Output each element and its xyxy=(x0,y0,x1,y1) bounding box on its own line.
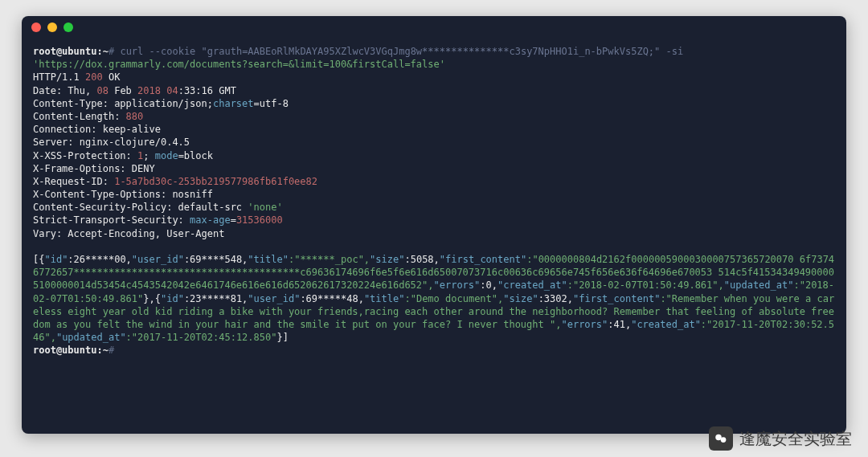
wechat-icon xyxy=(709,426,733,451)
json-err-k: "errors" xyxy=(434,280,481,291)
json-title2-k: "title" xyxy=(364,293,405,304)
hdr-xss-label: X-XSS-Protection: xyxy=(33,150,137,161)
hdr-clen-val: 880 xyxy=(126,111,144,122)
http-status-text: OK xyxy=(108,71,120,83)
json-ua-k: "updated_at" xyxy=(724,280,794,291)
json-size-v: :5058, xyxy=(404,254,439,265)
json-id-k: "id" xyxy=(44,254,68,265)
hdr-date-day: 08 xyxy=(96,85,108,96)
svg-point-0 xyxy=(715,435,722,441)
http-status-code: 200 xyxy=(85,71,103,83)
hdr-ctype: Content-Type: application/json; xyxy=(33,98,213,109)
hdr-date-label: Date: Thu, xyxy=(33,85,96,96)
json-title-v: :"******_poc", xyxy=(289,254,370,265)
http-proto: HTTP/1.1 xyxy=(33,71,80,83)
hdr-ctype-charset-v: =utf-8 xyxy=(254,98,289,109)
json-uid2-v: :69*****48, xyxy=(300,293,363,304)
hdr-csp-val: 'none' xyxy=(248,202,282,213)
json-size-k: "size" xyxy=(370,254,404,265)
hdr-xcto: X-Content-Type-Options: nosniff xyxy=(33,189,213,200)
hdr-server: Server: nginx-clojure/0.4.5 xyxy=(33,137,190,148)
hdr-connection: Connection: keep-alive xyxy=(33,124,161,135)
json-uid-v: :69****548, xyxy=(184,254,248,265)
json-size2-v: :3302, xyxy=(538,293,573,304)
json-fc-k: "first_content" xyxy=(440,254,526,265)
json-ca2-k: "created_at" xyxy=(631,319,701,330)
titlebar xyxy=(22,16,846,39)
watermark-text: 逢魔安全实验室 xyxy=(739,428,852,450)
curl-cookie: "grauth=AABEoRlMkDAYA95XZlwcV3VGqJmg8w**… xyxy=(202,46,661,57)
svg-point-1 xyxy=(721,437,727,443)
hdr-sts-key: max-age xyxy=(190,214,231,226)
hdr-date-hour: 04 xyxy=(161,85,178,96)
terminal-window: root@ubuntu:~# curl --cookie "grauth=AAB… xyxy=(22,16,846,434)
hdr-date-year: 2018 xyxy=(137,85,161,96)
prompt2-user-host: root@ubuntu xyxy=(33,345,96,356)
hdr-sts-val: 31536000 xyxy=(236,214,283,226)
hdr-vary: Vary: Accept-Encoding, User-Agent xyxy=(33,228,224,239)
maximize-icon[interactable] xyxy=(63,22,73,32)
json-title-k: "title" xyxy=(248,254,289,265)
prompt-user-host: root@ubuntu xyxy=(33,46,96,57)
curl-url: 'https://dox.grammarly.com/documents?sea… xyxy=(33,59,445,70)
json-ua2-k: "updated_at" xyxy=(56,332,126,343)
json-id-v: :26*****00, xyxy=(68,254,131,265)
terminal-body[interactable]: root@ubuntu:~# curl --cookie "grauth=AAB… xyxy=(22,39,846,369)
watermark: 逢魔安全实验室 xyxy=(709,426,852,451)
close-icon[interactable] xyxy=(31,22,41,32)
json-err2-v: :41, xyxy=(608,319,631,330)
hdr-sts-label: Strict-Transport-Security: xyxy=(33,214,190,226)
hdr-sts-eq: = xyxy=(231,214,236,226)
hdr-xss-mode-k: mode xyxy=(155,150,178,161)
hdr-ctype-charset-k: charset xyxy=(213,98,254,109)
json-ca-k: "created_at" xyxy=(497,280,567,291)
hdr-xreq-val: 1-5a7bd30c-253bb219577986fb61f0ee82 xyxy=(114,176,317,187)
json-id2-k: "id" xyxy=(161,293,184,304)
json-open: [{ xyxy=(33,254,44,265)
hdr-xreq-label: X-Request-ID: xyxy=(33,176,114,187)
hdr-csp-label: Content-Security-Policy: default-src xyxy=(33,202,248,213)
curl-command: curl --cookie xyxy=(120,46,201,57)
prompt-sep: :~ xyxy=(96,46,108,57)
prompt2-sep: :~ xyxy=(96,345,108,356)
json-fc2-k: "first_content" xyxy=(573,293,660,304)
json-mid: },{ xyxy=(143,293,161,304)
minimize-icon[interactable] xyxy=(47,22,57,32)
hdr-date-rest: :33:16 GMT xyxy=(178,85,236,96)
json-id2-v: :23*****81, xyxy=(184,293,248,304)
hdr-xss-mode-v: =block xyxy=(178,150,213,161)
hdr-xframe: X-Frame-Options: DENY xyxy=(33,163,155,174)
json-ua2-v: :"2017-11-20T02:45:12.850" xyxy=(126,332,277,343)
prompt-hash: # xyxy=(108,46,114,57)
hdr-date-mid: Feb xyxy=(108,85,137,96)
prompt2-hash: # xyxy=(108,345,114,356)
hdr-clen-label: Content-Length: xyxy=(33,111,126,122)
curl-flags: -si xyxy=(660,46,683,57)
hdr-xss-sep: ; xyxy=(143,150,154,161)
json-size2-k: "size" xyxy=(503,293,538,304)
json-err-v: :0, xyxy=(480,280,497,291)
json-title2-v: :"Demo document", xyxy=(404,293,503,304)
json-uid2-k: "user_id" xyxy=(248,293,300,304)
json-ca-v: :"2018-02-07T01:50:49.861", xyxy=(567,280,724,291)
json-err2-k: "errors" xyxy=(561,319,608,330)
json-uid-k: "user_id" xyxy=(132,254,184,265)
json-close: }] xyxy=(276,332,288,343)
